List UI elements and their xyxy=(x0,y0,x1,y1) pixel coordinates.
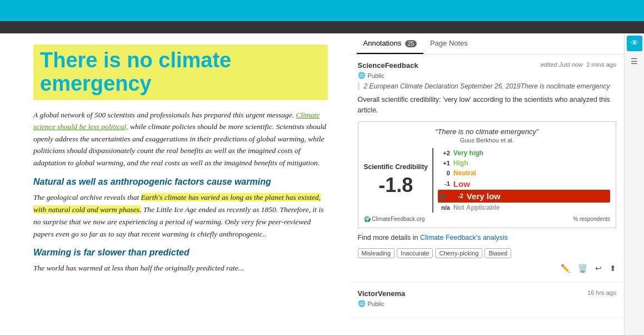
annotation-2-public: 🌐 Public xyxy=(358,300,617,307)
scale-row-vh: +2 Very high xyxy=(438,148,610,158)
annotation-2-time: 16 hrs ago xyxy=(587,289,616,296)
share-icon[interactable]: ⬆ xyxy=(610,264,616,273)
annotation-1-author: ScienceFeedback xyxy=(358,61,418,70)
logo-icon: 🌍 xyxy=(364,216,371,222)
intro-paragraph: A global network of 500 scientists and p… xyxy=(33,109,328,169)
annotation-1-visibility: Public xyxy=(368,72,385,79)
annotation-1: ScienceFeedback edited Just now 2 mins a… xyxy=(350,55,625,283)
chart-divider xyxy=(432,148,433,213)
annotation-1-credibility: Overall scientific credibility: 'very lo… xyxy=(358,95,617,116)
arrow-indicator: ▶ xyxy=(440,191,447,201)
scale-row-h: +1 High xyxy=(438,158,610,168)
annotation-2: VictorVenema 16 hrs ago 🌐 Public xyxy=(350,283,625,318)
eye-icon: 👁 xyxy=(631,39,638,48)
section1-heading: Natural as well as anthropogenic factors… xyxy=(33,177,328,187)
list-icon-btn[interactable]: ☰ xyxy=(627,53,642,69)
chart-footer-logo: 🌍 ClimateFeedback.org xyxy=(364,216,425,222)
tag-biased: Biased xyxy=(485,248,511,258)
annotation-2-visibility: Public xyxy=(368,300,385,307)
right-panel-container: Annotations 25 Page Notes ScienceFeedbac… xyxy=(350,33,645,335)
scale-label-l: Low xyxy=(453,179,470,189)
credibility-chart: “There is no climate emergency” Guus Ber… xyxy=(358,121,617,228)
reply-icon[interactable]: ↩ xyxy=(595,264,602,273)
scale-label-vl: Very low xyxy=(467,191,501,201)
globe-icon-2: 🌐 xyxy=(358,300,366,307)
annotation-2-header: VictorVenema 16 hrs ago xyxy=(358,289,617,298)
chart-body: Scientific Credibility -1.8 +2 Very high xyxy=(364,148,611,213)
annotation-1-time: 2 mins ago xyxy=(586,61,616,68)
annotations-count: 25 xyxy=(405,40,417,47)
footer-pct-label: % respondents xyxy=(573,216,610,222)
scale-label-na: Not Applicable xyxy=(453,204,500,211)
eye-icon-btn[interactable]: 👁 xyxy=(627,36,642,51)
scale-row-n: 0 Neutral xyxy=(438,168,610,178)
tag-inaccurate: Inaccurate xyxy=(397,248,433,258)
scale-label-h: High xyxy=(453,159,468,167)
annotation-1-public: 🌐 Public xyxy=(358,72,617,79)
scale-num-na: n/a xyxy=(438,204,450,211)
section2-heading: Warming is far slower than predicted xyxy=(33,248,328,258)
main-layout: There is no climate emergency A global n… xyxy=(0,33,644,335)
annotations-label: Annotations xyxy=(363,39,402,47)
delete-icon[interactable]: 🗑️ xyxy=(578,264,587,273)
chart-subtitle: Guus Berkhou et al. xyxy=(364,137,611,144)
article-title: There is no climate emergency xyxy=(40,49,321,96)
second-bar xyxy=(0,21,644,33)
annotation-1-edited: edited Just now xyxy=(541,61,583,68)
chart-left: Scientific Credibility -1.8 xyxy=(364,148,428,213)
annotation-1-quote: 2 European Climate Declaration September… xyxy=(358,82,617,90)
chart-title: “There is no climate emergency” xyxy=(364,127,611,136)
panel-content: Annotations 25 Page Notes ScienceFeedbac… xyxy=(350,33,625,335)
chart-scale: +2 Very high +1 High 0 Neutral xyxy=(438,148,610,213)
annotation-1-meta: edited Just now 2 mins ago xyxy=(541,61,616,68)
scale-num-n: 0 xyxy=(438,170,450,176)
annotation-1-find-more: Find more details in Climate Feedback's … xyxy=(358,233,617,243)
annotation-2-author: VictorVenema xyxy=(358,289,406,298)
section2-body: The world has warmed at less than half t… xyxy=(33,262,328,274)
intro-text-start: A global network of 500 scientists and p… xyxy=(33,111,296,119)
scale-row-vl: ▶ -2 Very low xyxy=(438,190,610,203)
scale-num-h: +1 xyxy=(438,160,450,166)
analysis-link[interactable]: Climate Feedback's analysis xyxy=(420,234,508,242)
panel-tabs: Annotations 25 Page Notes xyxy=(350,33,625,55)
footer-logo-text: ClimateFeedback.org xyxy=(372,216,425,222)
panel-sidebar: 👁 ☰ xyxy=(624,33,644,335)
section1-body: The geological archive reveals that Eart… xyxy=(33,191,328,241)
scale-label-vh: Very high xyxy=(453,149,483,157)
annotation-1-header: ScienceFeedback edited Just now 2 mins a… xyxy=(358,61,617,70)
scale-num-vh: +2 xyxy=(438,150,450,156)
tag-cherry-picking: Cherry-picking xyxy=(435,248,482,258)
tags-row: Misleading Inaccurate Cherry-picking Bia… xyxy=(358,248,617,258)
section1-start: The geological archive reveals that xyxy=(33,193,141,201)
tag-misleading: Misleading xyxy=(358,248,395,258)
scale-row-na: n/a Not Applicable xyxy=(438,203,610,213)
tab-page-notes[interactable]: Page Notes xyxy=(423,33,475,54)
edit-icon[interactable]: ✏️ xyxy=(561,264,570,273)
scale-num-vl: -2 xyxy=(451,193,463,199)
scale-num-l: -1 xyxy=(438,180,450,187)
scale-label-n: Neutral xyxy=(453,169,476,177)
top-bar xyxy=(0,0,644,21)
chart-footer: 🌍 ClimateFeedback.org % respondents xyxy=(364,216,611,222)
globe-icon: 🌐 xyxy=(358,72,366,79)
scale-row-l: -1 Low xyxy=(438,178,610,190)
content-area: There is no climate emergency A global n… xyxy=(0,33,350,335)
credibility-label: Scientific Credibility xyxy=(364,163,428,172)
action-icons: ✏️ 🗑️ ↩ ⬆ xyxy=(358,262,617,275)
list-icon: ☰ xyxy=(631,57,638,66)
credibility-score: -1.8 xyxy=(378,174,413,197)
tab-annotations[interactable]: Annotations 25 xyxy=(357,33,423,54)
title-block: There is no climate emergency xyxy=(33,45,328,100)
